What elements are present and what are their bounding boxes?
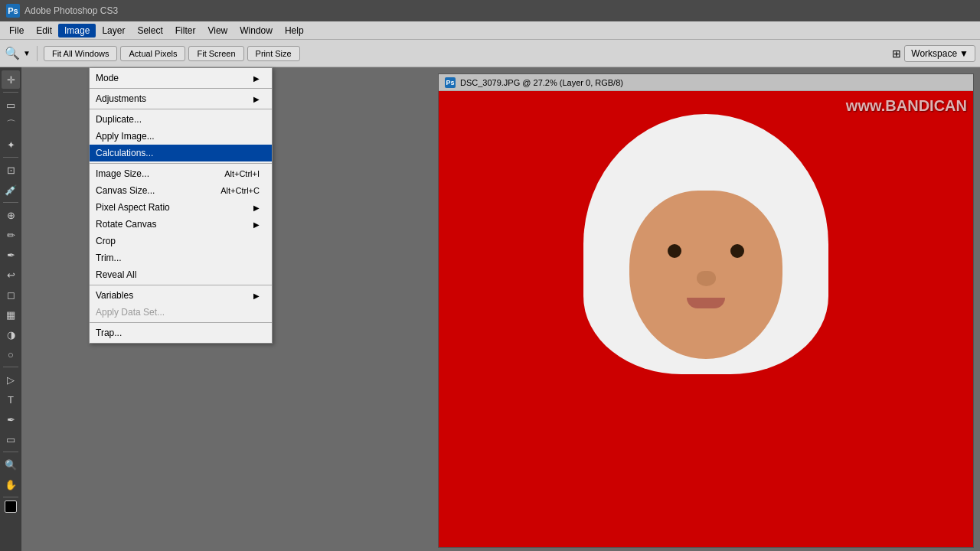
canvas-size-shortcut: Alt+Ctrl+C xyxy=(220,186,260,195)
history-tool[interactable]: ↩ xyxy=(2,266,20,284)
brush-tool[interactable]: ✏ xyxy=(2,226,20,244)
menu-item-reveal-all[interactable]: Reveal All xyxy=(90,266,272,283)
menu-edit[interactable]: Edit xyxy=(30,24,58,37)
eye-right xyxy=(730,244,744,258)
fit-all-windows-button[interactable]: Fit All Windows xyxy=(44,46,118,61)
mode-arrow: ▶ xyxy=(253,74,260,83)
menu-layer[interactable]: Layer xyxy=(96,24,131,37)
menu-item-rotate-canvas-label: Rotate Canvas xyxy=(96,219,156,230)
fit-screen-button[interactable]: Fit Screen xyxy=(188,46,243,61)
menu-item-canvas-size[interactable]: Canvas Size... Alt+Ctrl+C xyxy=(90,182,272,199)
mouth xyxy=(687,298,725,308)
face xyxy=(629,191,782,359)
menu-item-crop-label: Crop xyxy=(96,236,116,246)
path-tool[interactable]: ▷ xyxy=(2,370,20,389)
dodge-tool[interactable]: ○ xyxy=(2,345,20,364)
menu-item-crop[interactable]: Crop xyxy=(90,233,272,249)
ps-logo: Ps xyxy=(6,4,20,18)
menu-item-calculations[interactable]: Calculations... xyxy=(90,145,272,161)
toolbar: 🔍 ▼ Fit All Windows Actual Pixels Fit Sc… xyxy=(0,40,980,67)
gradient-tool[interactable]: ▦ xyxy=(2,305,20,324)
title-bar: Ps Adobe Photoshop CS3 xyxy=(0,0,980,21)
separator-1 xyxy=(90,88,272,89)
menu-bar: File Edit Image Layer Select Filter View… xyxy=(0,21,980,40)
menu-item-adjustments-label: Adjustments xyxy=(96,93,146,104)
workspace-icon: ⊞ xyxy=(892,47,901,60)
menu-window[interactable]: Window xyxy=(234,24,279,37)
clone-tool[interactable]: ✒ xyxy=(2,246,20,264)
menu-item-image-size-label: Image Size... xyxy=(96,168,149,179)
workspace-button[interactable]: Workspace ▼ xyxy=(904,45,975,62)
adjustments-arrow: ▶ xyxy=(253,95,260,103)
actual-pixels-button[interactable]: Actual Pixels xyxy=(120,46,185,61)
menu-item-duplicate-label: Duplicate... xyxy=(96,114,142,125)
menu-filter[interactable]: Filter xyxy=(169,24,202,37)
separator-4 xyxy=(90,285,272,285)
menu-item-duplicate[interactable]: Duplicate... xyxy=(90,111,272,128)
menu-file[interactable]: File xyxy=(3,24,30,37)
magic-wand-tool[interactable]: ✦ xyxy=(2,135,20,154)
workspace-area: ⊞ Workspace ▼ xyxy=(892,45,975,62)
person-figure xyxy=(583,114,828,374)
menu-item-variables[interactable]: Variables ▶ xyxy=(90,287,272,304)
zoom-dropdown-arrow[interactable]: ▼ xyxy=(23,49,31,57)
lasso-tool[interactable]: ⌒ xyxy=(2,116,20,134)
shape-tool[interactable]: ▭ xyxy=(2,430,20,448)
menu-item-apply-image-label: Apply Image... xyxy=(96,131,155,142)
menu-item-mode-label: Mode xyxy=(96,73,119,83)
menu-item-apply-image[interactable]: Apply Image... xyxy=(90,128,272,145)
nose xyxy=(697,271,716,286)
hand-tool[interactable]: ✋ xyxy=(2,475,20,494)
menu-item-adjustments[interactable]: Adjustments ▶ xyxy=(90,90,272,107)
blur-tool[interactable]: ◑ xyxy=(2,325,20,344)
move-tool[interactable]: ✛ xyxy=(2,70,20,89)
menu-item-rotate-canvas[interactable]: Rotate Canvas ▶ xyxy=(90,216,272,233)
hijab xyxy=(583,114,828,374)
menu-help[interactable]: Help xyxy=(279,24,310,37)
zoom-icon: 🔍 xyxy=(5,46,20,60)
workspace-label: Workspace xyxy=(911,48,957,59)
menu-item-apply-data-set-label: Apply Data Set... xyxy=(96,307,165,318)
eyedropper-tool[interactable]: 💉 xyxy=(2,181,20,199)
eraser-tool[interactable]: ◻ xyxy=(2,285,20,304)
zoom-tool[interactable]: 🔍 xyxy=(2,455,20,474)
image-window: Ps DSC_3079.JPG @ 27.2% (Layer 0, RGB/8) xyxy=(438,73,974,548)
crop-tool[interactable]: ⊡ xyxy=(2,161,20,179)
tool-divider-1 xyxy=(3,92,18,93)
menu-item-canvas-size-label: Canvas Size... xyxy=(96,185,155,196)
tool-divider-5 xyxy=(3,452,18,452)
menu-item-mode[interactable]: Mode ▶ xyxy=(90,70,272,86)
pen-tool[interactable]: ✒ xyxy=(2,410,20,429)
image-canvas: www.BANDICAN xyxy=(439,91,973,547)
separator-3 xyxy=(90,163,272,164)
menu-image[interactable]: Image xyxy=(58,24,96,37)
menu-item-trim-label: Trim... xyxy=(96,253,122,263)
heal-tool[interactable]: ⊕ xyxy=(2,206,20,224)
menu-item-image-size[interactable]: Image Size... Alt+Ctrl+I xyxy=(90,165,272,182)
rotate-canvas-arrow: ▶ xyxy=(253,220,260,229)
marquee-tool[interactable]: ▭ xyxy=(2,96,20,114)
menu-item-trim[interactable]: Trim... xyxy=(90,249,272,266)
menu-item-pixel-aspect[interactable]: Pixel Aspect Ratio ▶ xyxy=(90,199,272,216)
menu-view[interactable]: View xyxy=(201,24,234,37)
text-tool[interactable]: T xyxy=(2,390,20,409)
menu-item-trap-label: Trap... xyxy=(96,328,122,338)
image-size-shortcut: Alt+Ctrl+I xyxy=(224,169,260,178)
eye-left xyxy=(668,244,681,258)
main-area: ✛ ▭ ⌒ ✦ ⊡ 💉 ⊕ ✏ ✒ ↩ ◻ ▦ ◑ ○ ▷ T ✒ ▭ 🔍 ✋ … xyxy=(0,67,980,551)
pixel-aspect-arrow: ▶ xyxy=(253,204,260,212)
image-title-bar: Ps DSC_3079.JPG @ 27.2% (Layer 0, RGB/8) xyxy=(439,74,973,91)
content-area: Mode ▶ Adjustments ▶ Duplicate... Apply … xyxy=(21,67,980,551)
tool-panel: ✛ ▭ ⌒ ✦ ⊡ 💉 ⊕ ✏ ✒ ↩ ◻ ▦ ◑ ○ ▷ T ✒ ▭ 🔍 ✋ xyxy=(0,67,21,551)
print-size-button[interactable]: Print Size xyxy=(247,46,300,61)
menu-item-trap[interactable]: Trap... xyxy=(90,324,272,341)
workspace-dropdown-arrow: ▼ xyxy=(959,48,969,59)
image-window-logo: Ps xyxy=(445,77,456,88)
separator-5 xyxy=(90,322,272,323)
tool-divider-6 xyxy=(3,497,18,497)
foreground-color[interactable] xyxy=(5,500,17,513)
menu-select[interactable]: Select xyxy=(131,24,168,37)
menu-item-calculations-label: Calculations... xyxy=(96,148,153,158)
tool-divider-2 xyxy=(3,157,18,158)
image-menu-dropdown: Mode ▶ Adjustments ▶ Duplicate... Apply … xyxy=(89,67,273,344)
